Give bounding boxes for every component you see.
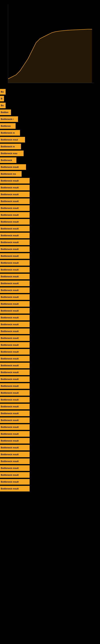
bottleneck-result-bar: Bottleneck result (0, 438, 30, 444)
result-bar-item: Bottleneck result (0, 267, 100, 272)
result-bar-item: Bottleneck result (0, 445, 100, 450)
growing-bar: Bottleneck (0, 158, 16, 163)
bottleneck-result-bar: Bottleneck result (0, 288, 30, 293)
result-bar-item: Bottleneck result (0, 233, 100, 238)
bottleneck-result-bar: Bottleneck result (0, 198, 30, 204)
result-bar-item: Bottleneck result (0, 404, 100, 409)
result-bar-item: Bottleneck result (0, 205, 100, 211)
bottleneck-result-bar: Bottleneck result (0, 267, 30, 272)
result-bar-item: Bottleneck result (0, 458, 100, 464)
growing-bar-item: Bottleneck result (0, 164, 100, 170)
bottleneck-result-bar: Bottleneck result (0, 301, 30, 307)
result-bar-item: Bottleneck result (0, 342, 100, 348)
growing-bar-item: Bo (0, 89, 100, 94)
bottleneck-result-bar: Bottleneck result (0, 322, 30, 327)
result-bar-item: Bottleneck result (0, 274, 100, 279)
result-bar-item: Bottleneck result (0, 192, 100, 197)
result-bar-item: Bottleneck result (0, 260, 100, 266)
bottleneck-result-bar: Bottleneck result (0, 280, 30, 286)
bottleneck-result-bar: Bottleneck result (0, 404, 30, 409)
bottleneck-result-bar: Bottleneck result (0, 212, 30, 218)
growing-bar-item: Bottlen (0, 110, 100, 115)
result-bar-item: Bottleneck result (0, 226, 100, 232)
result-bar-item: Bottleneck result (0, 418, 100, 423)
page-wrapper: BoBBoBottlenBottleneck rBottlenecBottlen… (0, 0, 100, 492)
growing-bar-item: Bottleneck re (0, 144, 100, 149)
bottleneck-result-bar: Bottleneck result (0, 410, 30, 416)
bottleneck-result-bar: Bottleneck result (0, 308, 30, 314)
result-bar-item: Bottleneck result (0, 383, 100, 389)
result-bar-item: Bottleneck result (0, 431, 100, 437)
bottleneck-result-bar: Bottleneck result (0, 397, 30, 402)
bottleneck-result-bar: Bottleneck result (0, 233, 30, 238)
bottleneck-result-bar: Bottleneck result (0, 431, 30, 437)
result-bar-item: Bottleneck result (0, 198, 100, 204)
result-bar-item: Bottleneck result (0, 438, 100, 444)
result-bar-item: Bottleneck result (0, 280, 100, 286)
bottleneck-result-bar: Bottleneck result (0, 205, 30, 211)
bottleneck-result-bar: Bottleneck result (0, 458, 30, 464)
result-bar-item: Bottleneck result (0, 376, 100, 382)
bottleneck-result-bar: Bottleneck result (0, 479, 30, 484)
bottleneck-result-bar: Bottleneck result (0, 178, 30, 184)
result-bar-item: Bottleneck result (0, 486, 100, 492)
growing-bar: Bottleneck res (0, 171, 22, 177)
growing-bar: Bottleneck r (0, 116, 18, 122)
result-bar-item: Bottleneck result (0, 288, 100, 293)
growing-bar-item: Bottleneck re (0, 130, 100, 136)
growing-bar: Bottlen (0, 110, 11, 115)
growing-bar-item: Bo (0, 103, 100, 108)
bottleneck-result-bar: Bottleneck result (0, 452, 30, 457)
bottleneck-result-bar: Bottleneck result (0, 465, 30, 471)
bottleneck-result-bar: Bottleneck result (0, 240, 30, 245)
growing-bar-item: Bottleneck (0, 158, 100, 163)
growing-bar: Bottleneck re (0, 130, 20, 136)
growing-bar: Bo (0, 103, 6, 108)
growing-bar: Bottleneck re (0, 144, 21, 149)
growing-bar-item: Bottleneck r (0, 116, 100, 122)
result-bar-item: Bottleneck result (0, 356, 100, 362)
bottleneck-result-bar: Bottleneck result (0, 315, 30, 320)
result-bar-item: Bottleneck result (0, 363, 100, 368)
bottleneck-result-bar: Bottleneck result (0, 226, 30, 232)
chart-area (0, 2, 100, 89)
bottleneck-result-bar: Bottleneck result (0, 390, 30, 396)
result-bar-item: Bottleneck result (0, 472, 100, 478)
result-bar-item: Bottleneck result (0, 308, 100, 314)
bottleneck-result-bar: Bottleneck result (0, 445, 30, 450)
result-bar-item: Bottleneck result (0, 212, 100, 218)
result-bar-item: Bottleneck result (0, 178, 100, 184)
result-bar-item: Bottleneck result (0, 253, 100, 259)
result-bar-item: Bottleneck result (0, 185, 100, 190)
growing-bar: Bottlenec (0, 123, 16, 129)
result-bar-item: Bottleneck result (0, 465, 100, 471)
bottleneck-result-bar: Bottleneck result (0, 376, 30, 382)
bottleneck-result-bar: Bottleneck result (0, 356, 30, 362)
bottleneck-result-bar: Bottleneck result (0, 274, 30, 279)
result-bar-item: Bottleneck result (0, 349, 100, 354)
result-bar-item: Bottleneck result (0, 219, 100, 224)
result-bar-item: Bottleneck result (0, 410, 100, 416)
growing-bar-item: Bottlenec (0, 123, 100, 129)
growing-section: BoBBoBottlenBottleneck rBottlenecBottlen… (0, 89, 100, 177)
bottleneck-result-bar: Bottleneck result (0, 418, 30, 423)
result-bar-item: Bottleneck result (0, 322, 100, 327)
full-section: Bottleneck resultBottleneck resultBottle… (0, 178, 100, 492)
result-bar-item: Bottleneck result (0, 424, 100, 430)
bottleneck-result-bar: Bottleneck result (0, 335, 30, 341)
result-bar-item: Bottleneck result (0, 240, 100, 245)
bottleneck-result-bar: Bottleneck result (0, 246, 30, 252)
result-bar-item: Bottleneck result (0, 294, 100, 300)
result-bar-item: Bottleneck result (0, 315, 100, 320)
bottleneck-result-bar: Bottleneck result (0, 383, 30, 389)
growing-bar: Bottleneck result (0, 164, 26, 170)
growing-bar-item: Bottleneck resu (0, 150, 100, 156)
result-bar-item: Bottleneck result (0, 246, 100, 252)
bottleneck-result-bar: Bottleneck result (0, 185, 30, 190)
bottleneck-result-bar: Bottleneck result (0, 342, 30, 348)
chart-svg (0, 2, 100, 87)
growing-bar: Bo (0, 89, 6, 94)
bottleneck-result-bar: Bottleneck result (0, 486, 30, 492)
growing-bar-item: Bottleneck resul (0, 137, 100, 142)
bottleneck-result-bar: Bottleneck result (0, 328, 30, 334)
